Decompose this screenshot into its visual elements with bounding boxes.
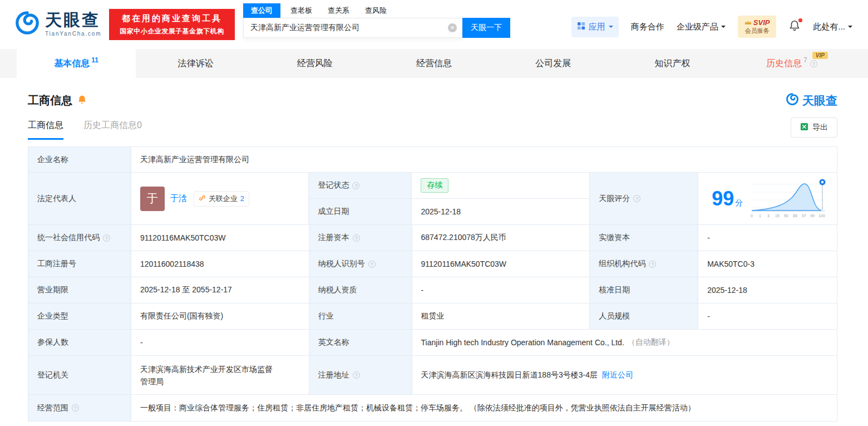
tab-intellectual-property-label: 知识产权 — [655, 58, 691, 70]
help-icon[interactable]: ? — [810, 60, 817, 67]
enterprise-products-label: 企业级产品 — [677, 22, 718, 32]
svg-text:50: 50 — [784, 214, 788, 218]
search-tab-company[interactable]: 查公司 — [243, 3, 280, 18]
score-chart: 0 1 3 15 50 85 97 99 100 — [749, 177, 827, 221]
tianyancha-watermark: 天眼查 — [786, 92, 837, 109]
tab-operation-info[interactable]: 经营信息 — [374, 49, 494, 78]
field-label: 天眼评分 — [599, 194, 630, 204]
tianyancha-watermark-text: 天眼查 — [802, 93, 837, 109]
avatar[interactable]: 于 — [140, 187, 165, 211]
link-chain-icon — [199, 194, 206, 203]
user-menu[interactable]: 此处有... — [813, 22, 852, 32]
field-label-with-help: 注册资本 ? — [309, 225, 412, 251]
tab-history-info-label: 历史信息 — [766, 58, 802, 70]
legal-rep-name-link[interactable]: 于浛 — [170, 193, 187, 204]
search-button[interactable]: 天眼一下 — [462, 18, 510, 38]
tab-company-development[interactable]: 公司发展 — [494, 49, 613, 78]
help-icon[interactable]: ? — [633, 195, 640, 202]
field-label: 参保人数 — [28, 330, 131, 356]
approval-date-value: 2025-12-18 — [698, 277, 837, 303]
status-badge: 存续 — [421, 178, 448, 193]
export-excel-icon — [800, 123, 808, 133]
field-label-with-help: 登记状态 ? — [309, 173, 412, 199]
export-button[interactable]: 导出 — [791, 117, 837, 138]
tianyancha-logo[interactable]: 天眼查 TianYanCha.com — [14, 10, 101, 38]
tab-intellectual-property[interactable]: 知识产权 — [613, 49, 732, 78]
org-code-value: MAK50TC0-3 — [698, 251, 837, 277]
user-menu-label: 此处有... — [813, 22, 845, 32]
credit-code-value: 91120116MAK50TC03W — [131, 225, 309, 251]
table-row: 统一社会信用代码 ? 91120116MAK50TC03W 注册资本 ? 687… — [28, 225, 837, 251]
field-label: 工商注册号 — [28, 251, 131, 277]
top-header: 天眼查 TianYanCha.com 都在用的商业查询工具 国家中小企业发展子基… — [0, 0, 868, 49]
field-label-with-help: 天眼评分 ? — [590, 173, 698, 225]
orange-bell-icon[interactable] — [77, 94, 87, 107]
main-content: 工商信息 天眼查 工商信息 历史工商信息0 导出 企业名称 天津 — [0, 92, 868, 422]
business-term-value: 2025-12-18 至 2055-12-17 — [131, 277, 309, 303]
slogan-line2: 国家中小企业发展子基金旗下机构 — [120, 27, 224, 36]
table-row: 参保人数 - 英文名称 Tianjin High tech Industry O… — [28, 330, 837, 356]
field-label: 企业类型 — [28, 303, 131, 330]
help-icon[interactable]: ? — [352, 182, 359, 189]
reg-number-value: 120116002118438 — [131, 251, 309, 277]
taxpayer-id-value: 91120116MAK50TC03W — [412, 251, 590, 277]
tab-history-info-count: 7 — [803, 56, 807, 64]
search-input[interactable] — [243, 18, 462, 38]
table-row: 营业期限 2025-12-18 至 2055-12-17 纳税人资质 - 核准日… — [28, 277, 837, 303]
taxpayer-qual-value: - — [412, 277, 590, 303]
clear-search-icon[interactable]: ✕ — [448, 23, 457, 32]
subtab-history-business-info[interactable]: 历史工商信息0 — [83, 120, 142, 140]
tab-operation-info-label: 经营信息 — [416, 58, 452, 70]
reg-address-value: 天津滨海高新区滨海科技园日新道188号3号楼3-4层 — [421, 370, 598, 380]
slogan-banner: 都在用的商业查询工具 国家中小企业发展子基金旗下机构 — [109, 9, 235, 40]
company-name-value: 天津高新产业运营管理有限公司 — [131, 147, 837, 173]
notification-bell[interactable] — [788, 19, 801, 34]
enterprise-products-menu[interactable]: 企业级产品 — [677, 22, 726, 32]
establish-date-value: 2025-12-18 — [412, 199, 590, 225]
field-label: 统一社会信用代码 — [37, 233, 100, 243]
svg-text:1: 1 — [759, 214, 761, 218]
auto-translate-note: （自动翻译） — [628, 337, 674, 347]
help-icon[interactable]: ? — [72, 404, 79, 412]
tab-legal[interactable]: 法律诉讼 — [136, 49, 255, 78]
field-label: 核准日期 — [590, 277, 698, 303]
business-info-table: 企业名称 天津高新产业运营管理有限公司 法定代表人 于 于浛 关联企业 2 — [28, 146, 837, 422]
search-tab-relation[interactable]: 查关系 — [328, 3, 349, 18]
field-label: 注册地址 — [318, 370, 349, 380]
related-companies-tag[interactable]: 关联企业 2 — [194, 191, 249, 207]
header-right: 应用 商务合作 企业级产品 SVIP 会员服务 此处有... — [571, 16, 852, 38]
tab-basic-info[interactable]: 基本信息 11 — [17, 49, 136, 78]
tab-basic-info-count: 11 — [91, 56, 98, 64]
help-icon[interactable]: ? — [353, 371, 360, 379]
apps-menu[interactable]: 应用 — [571, 17, 619, 37]
tab-history-info[interactable]: VIP 历史信息 7 ? — [732, 49, 851, 78]
field-label: 纳税人识别号 — [318, 259, 365, 269]
table-row: 企业类型 有限责任公司(国有独资) 行业 租赁业 人员规模 - — [28, 303, 837, 330]
score-value: 99 — [712, 187, 734, 210]
help-icon[interactable]: ? — [649, 261, 656, 268]
tab-legal-label: 法律诉讼 — [177, 58, 213, 70]
svip-membership-button[interactable]: SVIP 会员服务 — [738, 16, 777, 38]
search-tab-risk[interactable]: 查风险 — [365, 3, 387, 18]
nearby-companies-link[interactable]: 附近公司 — [602, 370, 633, 380]
field-label: 英文名称 — [309, 330, 412, 356]
business-cooperation-link[interactable]: 商务合作 — [631, 22, 664, 32]
field-label: 营业期限 — [28, 277, 131, 303]
english-name-value: Tianjin High tech Industry Operation Man… — [421, 338, 624, 347]
industry-value: 租赁业 — [412, 303, 590, 330]
tianyan-score-cell: 99分 0 1 3 15 50 85 97 — [698, 173, 837, 225]
help-icon[interactable]: ? — [103, 234, 110, 242]
related-companies-label: 关联企业 — [209, 194, 238, 204]
svg-text:99: 99 — [810, 214, 815, 218]
svip-label: SVIP — [753, 18, 770, 27]
subtab-business-info[interactable]: 工商信息 — [28, 120, 63, 140]
help-icon[interactable]: ? — [353, 234, 360, 242]
field-label: 登记状态 — [318, 180, 349, 190]
help-icon[interactable]: ? — [368, 261, 376, 268]
tab-operation-risk[interactable]: 经营风险 — [255, 49, 374, 78]
table-row: 企业名称 天津高新产业运营管理有限公司 — [28, 147, 837, 173]
search-area: 查公司 查老板 查关系 查风险 ✕ 天眼一下 — [243, 3, 510, 38]
chevron-down-icon — [609, 26, 613, 30]
search-tab-boss[interactable]: 查老板 — [290, 3, 312, 18]
field-label: 组织机构代码 — [599, 259, 645, 269]
